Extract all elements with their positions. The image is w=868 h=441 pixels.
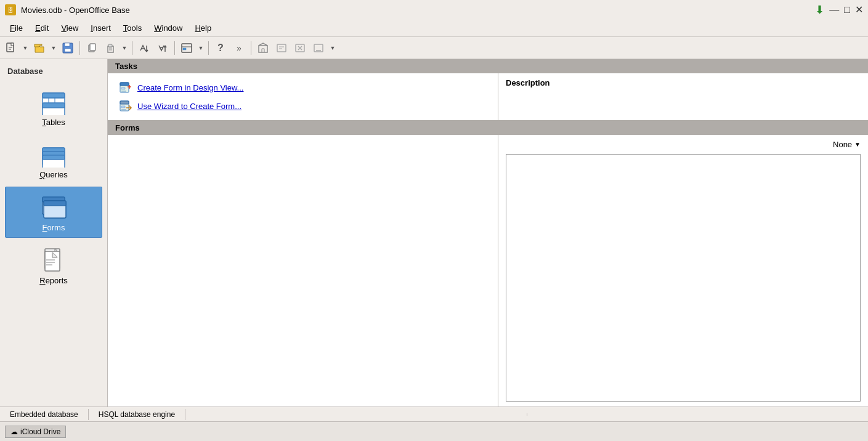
- sidebar-section-label: Database: [0, 64, 107, 81]
- menu-edit[interactable]: Edit: [30, 22, 54, 34]
- menu-bar: File Edit View Insert Tools Window Help: [0, 20, 868, 37]
- db-open-button[interactable]: [254, 39, 272, 57]
- sidebar-reports-label: Reports: [39, 276, 68, 285]
- create-form-design-icon: [119, 81, 132, 94]
- sidebar-tables-label: Tables: [42, 118, 65, 127]
- create-form-design-item[interactable]: Create Form in Design View...: [115, 78, 490, 97]
- svg-rect-3: [65, 43, 70, 46]
- app-icon: 🗄: [5, 4, 16, 15]
- toolbar: ▼ ▼ ▼ ▼ ? » ▼: [0, 37, 868, 59]
- sidebar-queries-label: Queries: [39, 170, 68, 179]
- toolbar-sep-3: [174, 41, 175, 55]
- svg-rect-6: [90, 44, 95, 51]
- paste-button[interactable]: [102, 39, 119, 57]
- new-button[interactable]: [2, 39, 20, 57]
- reports-icon: [39, 245, 68, 275]
- help-button[interactable]: ?: [212, 39, 229, 57]
- help-more[interactable]: »: [230, 39, 248, 57]
- tables-icon: [39, 87, 68, 116]
- db-delete-button[interactable]: [291, 39, 309, 57]
- toolbar-sep-2: [132, 41, 132, 55]
- forms-content: None ▼: [108, 135, 868, 407]
- svg-rect-37: [121, 106, 125, 108]
- copy-button[interactable]: [83, 39, 100, 57]
- svg-rect-36: [120, 101, 129, 104]
- sidebar-item-tables[interactable]: Tables: [5, 82, 102, 132]
- status-hsql: HSQL database engine: [89, 409, 185, 420]
- queries-icon: [39, 139, 68, 169]
- menu-file[interactable]: File: [5, 22, 28, 34]
- right-panel: Tasks Cre: [108, 59, 868, 407]
- description-label: Description: [506, 78, 550, 87]
- forms-list-area: [108, 135, 498, 407]
- toolbar-sep-4: [208, 41, 209, 55]
- svg-rect-11: [277, 44, 286, 52]
- menu-tools[interactable]: Tools: [118, 22, 147, 34]
- svg-rect-23: [43, 155, 65, 160]
- sidebar: Database Tables: [0, 59, 108, 407]
- db-ops-dropdown[interactable]: ▼: [328, 39, 337, 57]
- minimize-button[interactable]: —: [829, 5, 839, 15]
- window-title: Movies.odb - OpenOffice Base: [21, 6, 130, 15]
- menu-insert[interactable]: Insert: [86, 22, 116, 34]
- form-view-dropdown[interactable]: ▼: [197, 39, 205, 57]
- form-view-button[interactable]: [178, 39, 195, 57]
- toolbar-sep-5: [251, 41, 251, 55]
- svg-rect-10: [183, 48, 186, 50]
- status-bar: Embedded database HSQL database engine: [0, 407, 868, 421]
- tasks-header: Tasks: [108, 59, 868, 73]
- status-item-4: [527, 413, 868, 416]
- none-dropdown: None ▼: [506, 140, 861, 149]
- icloud-label: iCloud Drive: [20, 427, 60, 436]
- svg-rect-29: [44, 201, 66, 206]
- title-bar: 🗄 Movies.odb - OpenOffice Base ⬇ — □ ✕: [0, 0, 868, 20]
- forms-icon: [39, 192, 68, 222]
- create-form-design-label: Create Form in Design View...: [137, 83, 243, 92]
- forms-header: Forms: [108, 121, 868, 135]
- none-dropdown-arrow[interactable]: ▼: [854, 141, 861, 148]
- tasks-content: Create Form in Design View...: [108, 73, 868, 120]
- sort-asc-button[interactable]: [136, 39, 153, 57]
- forms-section: Forms None ▼: [108, 121, 868, 407]
- sort-desc-button[interactable]: [154, 39, 171, 57]
- create-form-wizard-label: Use Wizard to Create Form...: [137, 102, 241, 111]
- main-content: Database Tables: [0, 59, 868, 407]
- maximize-button[interactable]: □: [844, 5, 850, 15]
- create-form-wizard-icon: [119, 99, 132, 113]
- db-rename-button[interactable]: [310, 39, 327, 57]
- icloud-icon: ☁: [10, 427, 18, 436]
- open-dropdown[interactable]: ▼: [49, 39, 58, 57]
- svg-rect-1: [11, 43, 14, 46]
- taskbar-icloud[interactable]: ☁ iCloud Drive: [5, 426, 66, 438]
- sidebar-item-reports[interactable]: Reports: [5, 240, 102, 290]
- create-form-wizard-item[interactable]: Use Wizard to Create Form...: [115, 97, 490, 115]
- notification-icon: ⬇: [815, 3, 824, 17]
- close-button[interactable]: ✕: [855, 5, 863, 15]
- sidebar-item-forms[interactable]: Forms: [5, 187, 102, 238]
- svg-rect-34: [121, 87, 125, 89]
- save-button[interactable]: [59, 39, 76, 57]
- svg-rect-33: [120, 83, 129, 86]
- db-edit-button[interactable]: [273, 39, 290, 57]
- tasks-list: Create Form in Design View...: [108, 73, 498, 120]
- paste-dropdown[interactable]: ▼: [120, 39, 129, 57]
- sidebar-forms-label: Forms: [43, 223, 65, 232]
- toolbar-sep-1: [79, 41, 80, 55]
- forms-preview-area: None ▼: [498, 135, 868, 407]
- status-embedded-db: Embedded database: [0, 409, 89, 420]
- new-dropdown[interactable]: ▼: [21, 39, 30, 57]
- svg-rect-4: [65, 49, 71, 52]
- tasks-section: Tasks Cre: [108, 59, 868, 121]
- status-item-3: [185, 413, 527, 416]
- menu-view[interactable]: View: [56, 22, 83, 34]
- sidebar-item-queries[interactable]: Queries: [5, 134, 102, 184]
- form-preview-box: [506, 154, 861, 402]
- taskbar-area: ☁ iCloud Drive: [0, 421, 868, 441]
- open-button[interactable]: [31, 39, 48, 57]
- svg-rect-17: [43, 103, 65, 108]
- menu-help[interactable]: Help: [190, 22, 216, 34]
- svg-rect-15: [43, 93, 65, 98]
- none-label: None: [833, 140, 852, 149]
- tasks-description: Description: [498, 73, 868, 120]
- menu-window[interactable]: Window: [149, 22, 187, 34]
